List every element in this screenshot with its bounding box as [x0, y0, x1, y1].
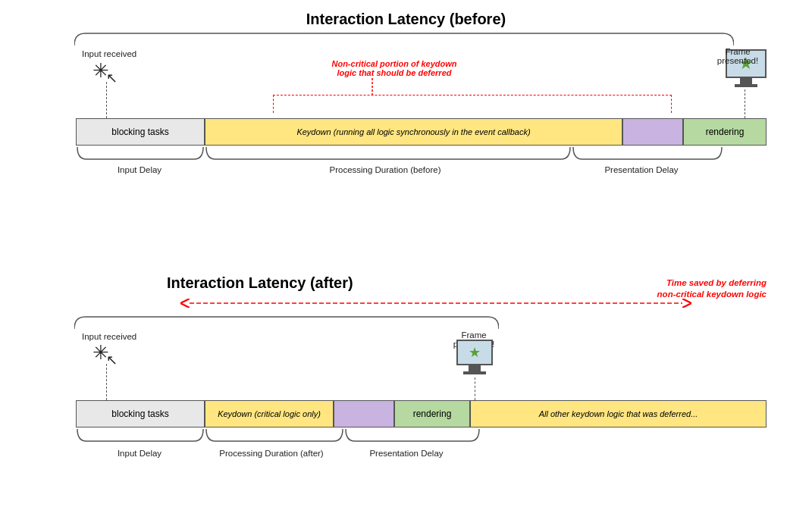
top-presentation-label: Presentation Delay: [567, 165, 716, 174]
bottom-input-delay-label: Input Delay: [76, 449, 203, 458]
top-input-label: Input received: [82, 49, 136, 58]
top-timeline-row: blocking tasks Keydown (running all logi…: [76, 118, 767, 146]
bottom-monitor-stand: [469, 365, 481, 371]
bottom-rendering-box: rendering: [394, 400, 470, 427]
diagram-container: Interaction Latency (before) Input recei…: [0, 0, 812, 523]
bottom-labels-row: Input Delay Processing Duration (after) …: [76, 449, 767, 458]
bottom-star-icon: ★: [469, 346, 481, 359]
bottom-timeline-row: blocking tasks Keydown (critical logic o…: [76, 400, 767, 427]
top-section: Interaction Latency (before) Input recei…: [30, 8, 782, 243]
top-rendering-box: rendering: [683, 118, 767, 146]
top-purple-box: [622, 118, 683, 146]
top-dashed-vline: [106, 82, 107, 118]
top-processing-label: Processing Duration (before): [203, 165, 567, 174]
bottom-monitor-screen: ★: [456, 340, 493, 365]
bottom-processing-label: Processing Duration (after): [203, 449, 340, 458]
bottom-monitor-dashed-vline: [475, 377, 475, 400]
top-monitor-stand: [740, 78, 752, 84]
top-red-label: Non-critical portion of keydown logic th…: [311, 59, 478, 77]
bottom-cursor-icon: ↖: [106, 352, 118, 368]
bottom-big-bracket: [74, 315, 499, 332]
time-saved-arrow: [182, 296, 690, 311]
top-red-arrow: [372, 78, 373, 96]
top-title: Interaction Latency (before): [30, 11, 782, 28]
bottom-monitor: ★: [456, 340, 493, 374]
bottom-purple-box: [334, 400, 394, 427]
bottom-blocking-box: blocking tasks: [76, 400, 205, 427]
bottom-keydown-box: Keydown (critical logic only): [205, 400, 334, 427]
bottom-deferred-box: All other keydown logic that was deferre…: [470, 400, 767, 427]
top-big-bracket: [74, 32, 734, 49]
top-input-delay-label: Input Delay: [76, 165, 203, 174]
top-blocking-box: blocking tasks: [76, 118, 205, 146]
bottom-sub-brackets: [76, 427, 561, 450]
bottom-section: Interaction Latency (after) Time saved b…: [30, 271, 782, 506]
top-cursor-icon: ↖: [106, 70, 118, 86]
top-monitor-dashed-vline: [745, 89, 745, 118]
bottom-dashed-vline: [106, 364, 107, 400]
top-keydown-box: Keydown (running all logic synchronously…: [205, 118, 622, 146]
top-frame-label: Frame presented!: [707, 47, 768, 65]
bottom-monitor-base: [463, 371, 486, 374]
bottom-presentation-label: Presentation Delay: [340, 449, 473, 458]
top-labels-row: Input Delay Processing Duration (before)…: [76, 165, 767, 174]
top-red-bracket: [273, 95, 672, 113]
bottom-input-label: Input received: [82, 332, 136, 341]
top-monitor-base: [735, 84, 757, 87]
